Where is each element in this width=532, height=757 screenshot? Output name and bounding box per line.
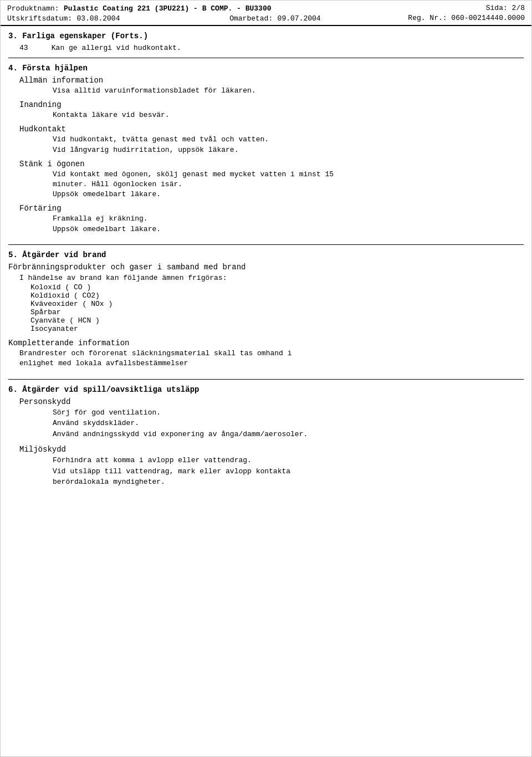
kompletterande-text1: Brandrester och förorenat släckningsmate… bbox=[19, 349, 524, 359]
sida-container: Sida: 2/8 bbox=[486, 4, 525, 12]
reg-label: Reg. Nr.: bbox=[408, 14, 447, 22]
miljoskydd-text3: berördalokala myndigheter. bbox=[53, 477, 524, 488]
sida-label: Sida: bbox=[486, 4, 508, 12]
produktnamn-value: Pulastic Coating 221 (3PU221) - B COMP. … bbox=[64, 4, 271, 13]
kompletterande-text2: enlighet med lokala avfallsbestämmelser bbox=[19, 359, 524, 369]
combustion-item: Cyanväte ( HCN ) bbox=[30, 316, 524, 325]
section-3-item: 43 Kan ge allergi vid hudkontakt. bbox=[19, 44, 524, 52]
combustion-items: Koloxid ( CO )Koldioxid ( CO2)Kväveoxide… bbox=[8, 283, 524, 333]
omarbetad-label: Omarbetad: bbox=[229, 14, 273, 23]
produktnamn-label: Produktnamn: bbox=[7, 4, 59, 13]
section-3-item-text: Kan ge allergi vid hudkontakt. bbox=[52, 44, 181, 52]
inandning: Inandning Kontakta läkare vid besvär. bbox=[8, 100, 524, 120]
miljoskydd-text2: Vid utsläpp till vattendrag, mark eller … bbox=[53, 466, 524, 477]
fortaring-text1: Framkalla ej kräkning. bbox=[53, 214, 524, 224]
utskriftsdatum-label: Utskriftsdatum: bbox=[7, 14, 72, 23]
section-4: 4. Första hjälpen Allmän information Vis… bbox=[8, 64, 524, 245]
hudkontakt-title: Hudkontakt bbox=[19, 125, 524, 134]
forbrannings: Förbränningsprodukter och gaser i samban… bbox=[8, 263, 524, 334]
kompletterande: Kompletterande information Brandrester o… bbox=[8, 339, 524, 369]
combustion-item: Kväveoxider ( NOx ) bbox=[30, 300, 524, 308]
miljoskydd: Miljöskydd Förhindra att komma i avlopp … bbox=[8, 445, 524, 488]
utskriftsdatum-row: Utskriftsdatum: 03.08.2004 bbox=[7, 14, 120, 23]
section-6-title: 6. Åtgärder vid spill/oavsiktliga utsläp… bbox=[8, 385, 524, 394]
stanki-title: Stänk i ögonen bbox=[19, 160, 524, 168]
inandning-title: Inandning bbox=[19, 100, 524, 109]
document-page: Produktnamn: Pulastic Coating 221 (3PU22… bbox=[0, 0, 532, 757]
forbrannings-intro: I händelse av brand kan följande ämnen f… bbox=[19, 273, 524, 284]
kompletterande-title: Kompletterande information bbox=[8, 339, 524, 347]
document-header: Produktnamn: Pulastic Coating 221 (3PU22… bbox=[1, 1, 531, 26]
personskydd-text1: Sörj för god ventilation. bbox=[53, 407, 524, 418]
personskydd-title: Personskydd bbox=[19, 397, 524, 406]
section-5-title: 5. Åtgärder vid brand bbox=[8, 250, 524, 259]
combustion-item: Koloxid ( CO ) bbox=[30, 283, 524, 291]
fortaring-text2: Uppsök omedelbart läkare. bbox=[53, 224, 524, 234]
reg-row: Reg. Nr.: 060-00214440.0000 bbox=[408, 14, 525, 22]
stanki-text1: Vid kontakt med ögonen, skölj genast med… bbox=[53, 170, 524, 180]
fortaring-title: Förtäring bbox=[19, 204, 524, 213]
hudkontakt: Hudkontakt Vid hudkontakt, tvätta genast… bbox=[8, 125, 524, 155]
allman-information: Allmän information Visa alltid varuinfor… bbox=[8, 76, 524, 96]
hudkontakt-text1: Vid hudkontakt, tvätta genast med tvål o… bbox=[53, 135, 524, 145]
reg-value: 060-00214440.0000 bbox=[451, 14, 525, 22]
personskydd-text3: Använd andningsskydd vid exponering av å… bbox=[53, 429, 524, 440]
hudkontakt-text2: Vid långvarig hudirritation, uppsök läka… bbox=[53, 145, 524, 155]
sida-value: 2/8 bbox=[512, 4, 525, 12]
stanki-text3: Uppsök omedelbart läkare. bbox=[53, 190, 524, 200]
section-4-title: 4. Första hjälpen bbox=[8, 64, 524, 73]
danger-number: 43 bbox=[19, 44, 47, 52]
personskydd: Personskydd Sörj för god ventilation. An… bbox=[8, 397, 524, 440]
combustion-item: Spårbar bbox=[30, 308, 524, 316]
section-3: 3. Farliga egenskaper (Forts.) 43 Kan ge… bbox=[8, 32, 524, 58]
section-5: 5. Åtgärder vid brand Förbränningsproduk… bbox=[8, 250, 524, 380]
stanki-ogonen: Stänk i ögonen Vid kontakt med ögonen, s… bbox=[8, 160, 524, 200]
produktnamn-row: Produktnamn: Pulastic Coating 221 (3PU22… bbox=[7, 4, 272, 13]
stanki-text2: minuter. Håll ögonlocken isär. bbox=[53, 180, 524, 190]
combustion-item: Koldioxid ( CO2) bbox=[30, 291, 524, 300]
omarbetad-row: Omarbetad: 09.07.2004 bbox=[229, 14, 320, 23]
section-3-title: 3. Farliga egenskaper (Forts.) bbox=[8, 32, 524, 40]
document-content: 3. Farliga egenskaper (Forts.) 43 Kan ge… bbox=[1, 26, 531, 509]
personskydd-text2: Använd skyddskläder. bbox=[53, 418, 524, 429]
forbrannings-title: Förbränningsprodukter och gaser i samban… bbox=[8, 263, 524, 272]
fortaring: Förtäring Framkalla ej kräkning. Uppsök … bbox=[8, 204, 524, 234]
miljoskydd-text1: Förhindra att komma i avlopp eller vatte… bbox=[53, 455, 524, 466]
utskriftsdatum-value: 03.08.2004 bbox=[76, 14, 120, 23]
omarbetad-value: 09.07.2004 bbox=[278, 14, 321, 23]
inandning-text: Kontakta läkare vid besvär. bbox=[53, 110, 524, 120]
allman-text: Visa alltid varuinformationsbladet för l… bbox=[53, 86, 524, 96]
section-6: 6. Åtgärder vid spill/oavsiktliga utsläp… bbox=[8, 385, 524, 498]
allman-title: Allmän information bbox=[19, 76, 524, 85]
combustion-item: Isocyanater bbox=[30, 325, 524, 333]
miljoskydd-title: Miljöskydd bbox=[19, 445, 524, 454]
